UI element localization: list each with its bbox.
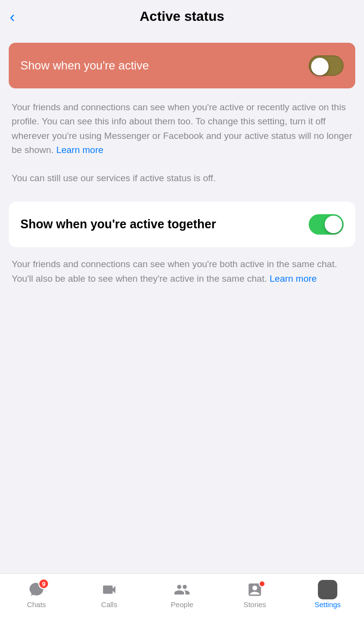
- active-together-card: Show when you're active together: [9, 202, 355, 247]
- settings-icon: [318, 580, 337, 599]
- calls-label: Calls: [101, 600, 117, 609]
- active-together-toggle-knob: [325, 216, 342, 233]
- active-status-toggle[interactable]: [309, 55, 344, 76]
- page-title: Active status: [140, 9, 224, 24]
- calls-icon-container: [99, 580, 120, 599]
- people-icon-container: [171, 580, 193, 599]
- nav-item-calls[interactable]: Calls: [73, 578, 146, 609]
- nav-item-chats[interactable]: 9 Chats: [0, 578, 73, 609]
- back-button[interactable]: ‹: [10, 9, 15, 24]
- chats-badge: 9: [38, 578, 49, 589]
- active-status-card: Show when you're active: [9, 43, 355, 88]
- header: ‹ Active status: [0, 0, 364, 31]
- active-together-label: Show when you're active together: [20, 216, 309, 233]
- active-together-learn-more[interactable]: Learn more: [270, 273, 317, 284]
- sub-description: You can still use our services if active…: [0, 171, 364, 185]
- nav-item-people[interactable]: People: [146, 578, 218, 609]
- toggle-knob: [311, 58, 329, 75]
- nav-item-settings[interactable]: Settings: [291, 578, 364, 609]
- people-label: People: [171, 600, 194, 609]
- chats-label: Chats: [27, 600, 46, 609]
- nav-item-stories[interactable]: Stories: [218, 578, 291, 609]
- active-status-label: Show when you're active: [20, 59, 309, 72]
- description-section: Your friends and connections can see whe…: [0, 88, 364, 157]
- people-icon: [174, 581, 190, 598]
- active-together-toggle[interactable]: [309, 214, 344, 235]
- chats-icon-container: 9: [26, 580, 47, 599]
- stories-icon-container: [244, 580, 265, 599]
- settings-label: Settings: [314, 600, 341, 609]
- stories-label: Stories: [244, 600, 266, 609]
- settings-icon-container: [317, 580, 338, 599]
- calls-icon: [101, 581, 117, 598]
- active-together-description: Your friends and connections can see whe…: [0, 247, 364, 286]
- description-text: Your friends and connections can see whe…: [12, 100, 352, 157]
- learn-more-link[interactable]: Learn more: [56, 145, 103, 155]
- stories-badge-dot: [259, 580, 265, 587]
- bottom-nav: 9 Chats Calls People Stories: [0, 573, 364, 629]
